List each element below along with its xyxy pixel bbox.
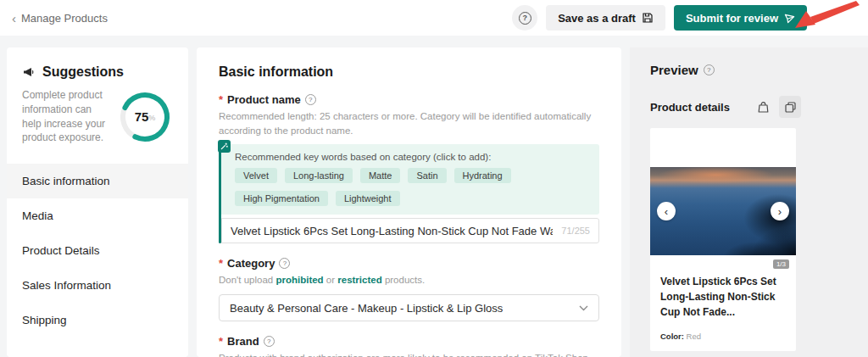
question-circle-icon[interactable]: ? <box>264 336 275 347</box>
back-label: Manage Products <box>21 12 108 25</box>
category-label: * Category ? <box>219 257 599 270</box>
product-name-input[interactable] <box>231 225 553 237</box>
product-preview-card: ‹ › 1/3 Velvet Lipstick 6Pcs Set Long-La… <box>650 128 796 351</box>
suggestions-body: Complete product information can help in… <box>7 80 188 159</box>
keyword-tag[interactable]: Hydrating <box>454 168 511 183</box>
progress-percentage: 75% <box>119 91 171 143</box>
carousel-next-button[interactable]: › <box>771 202 789 220</box>
required-asterisk: * <box>219 257 223 270</box>
category-section: * Category ? Don't upload prohibited or … <box>219 257 599 321</box>
completion-progress-ring: 75% <box>119 91 171 143</box>
nav-item-sales-information[interactable]: Sales Information <box>7 268 188 303</box>
keyword-tag[interactable]: Satin <box>408 168 446 183</box>
submit-review-label: Submit for review <box>686 12 778 25</box>
suggestions-header: Suggestions <box>7 64 188 80</box>
brand-label: * Brand ? <box>219 335 599 348</box>
preview-title: Preview ? <box>650 63 848 77</box>
help-button[interactable]: ? <box>512 5 537 31</box>
keyword-tags: Velvet Long-lasting Matte Satin Hydratin… <box>235 168 586 206</box>
preview-subheader: Product details <box>650 96 801 118</box>
section-nav: Basic information Media Product Details … <box>7 164 188 337</box>
product-image-carousel: ‹ › <box>650 167 796 255</box>
back-link[interactable]: ‹ Manage Products <box>12 11 108 25</box>
keyword-tag[interactable]: Matte <box>360 168 401 183</box>
keyword-box-title: Recommended key words based on category … <box>235 152 586 162</box>
card-view-button[interactable] <box>779 96 801 118</box>
preview-panel: Preview ? Product details ‹ › 1/3 <box>630 47 868 357</box>
restricted-link[interactable]: restricted <box>337 275 381 285</box>
header-actions: ? Save as a draft Submit for review <box>512 5 807 31</box>
question-circle-icon[interactable]: ? <box>305 94 316 105</box>
shopping-bag-icon <box>757 101 770 114</box>
magic-wand-icon <box>218 140 231 153</box>
panel-title: Basic information <box>219 64 599 80</box>
megaphone-icon <box>22 65 36 79</box>
chevron-left-icon: ‹ <box>12 11 16 25</box>
paper-plane-icon <box>784 13 795 24</box>
prohibited-link[interactable]: prohibited <box>275 275 323 285</box>
suggestions-title: Suggestions <box>42 64 124 80</box>
category-select[interactable]: Beauty & Personal Care - Makeup - Lipsti… <box>219 294 599 321</box>
product-name-label: * Product name ? <box>219 93 599 106</box>
image-count-row: 1/3 <box>650 255 796 269</box>
keyword-tag[interactable]: Velvet <box>235 168 277 183</box>
product-name-input-row: 71/255 <box>221 218 599 243</box>
keyword-tag[interactable]: High Pigmentation <box>235 191 328 206</box>
preview-blank-area <box>650 128 796 167</box>
brand-helper: Products with brand authorization are mo… <box>219 351 599 357</box>
keyword-suggestion-block: Recommended key words based on category … <box>219 144 599 243</box>
preview-product-title: Velvet Lipstick 6Pcs Set Long-Lasting No… <box>650 269 796 320</box>
keyword-tag[interactable]: Lightweight <box>336 191 400 206</box>
overlapping-squares-icon <box>784 101 797 114</box>
nav-item-media[interactable]: Media <box>7 198 188 233</box>
carousel-prev-button[interactable]: ‹ <box>657 202 676 220</box>
keyword-tag[interactable]: Long-lasting <box>285 168 353 183</box>
content-area: Suggestions Complete product information… <box>0 36 868 357</box>
product-name-helper: Recommended length: 25 characters or mor… <box>219 109 599 137</box>
nav-item-product-details[interactable]: Product Details <box>7 233 188 268</box>
preview-color-line: Color: Red <box>650 320 796 343</box>
chevron-down-icon <box>579 305 588 311</box>
category-value: Beauty & Personal Care - Makeup - Lipsti… <box>230 302 503 315</box>
help-icon: ? <box>519 12 531 25</box>
bag-view-button[interactable] <box>752 96 774 118</box>
top-bar: ‹ Manage Products ? Save as a draft Subm… <box>0 0 868 36</box>
brand-section: * Brand ? Products with brand authorizat… <box>219 335 599 357</box>
suggestions-description: Complete product information can help in… <box>22 88 110 145</box>
question-circle-icon[interactable]: ? <box>279 258 290 269</box>
basic-information-panel: Basic information * Product name ? Recom… <box>197 47 621 357</box>
nav-item-shipping[interactable]: Shipping <box>7 303 188 337</box>
image-count-badge: 1/3 <box>773 259 789 269</box>
save-draft-label: Save as a draft <box>558 12 636 25</box>
required-asterisk: * <box>219 335 223 348</box>
keyword-box: Recommended key words based on category … <box>221 144 599 215</box>
save-draft-button[interactable]: Save as a draft <box>546 5 665 31</box>
question-circle-icon[interactable]: ? <box>704 64 715 75</box>
floppy-disk-icon <box>642 12 654 24</box>
suggestions-sidebar: Suggestions Complete product information… <box>7 47 188 357</box>
product-name-section: * Product name ? Recommended length: 25 … <box>219 93 599 243</box>
category-helper: Don't upload prohibited or restricted pr… <box>219 273 599 287</box>
character-counter: 71/255 <box>561 226 590 236</box>
product-details-label: Product details <box>650 101 730 114</box>
submit-review-button[interactable]: Submit for review <box>674 5 807 31</box>
required-asterisk: * <box>219 93 223 106</box>
nav-item-basic-information[interactable]: Basic information <box>7 164 188 198</box>
